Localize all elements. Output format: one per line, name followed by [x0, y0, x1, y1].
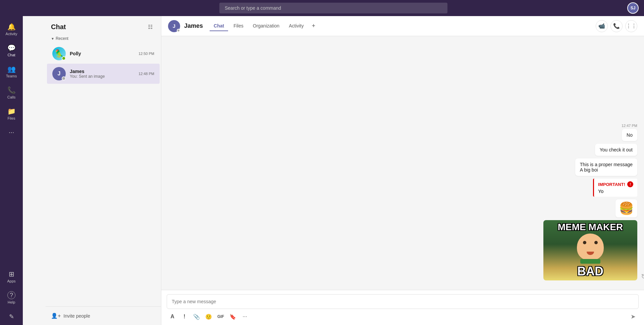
attach-button[interactable]: 📎 — [191, 311, 202, 322]
format-button[interactable]: A — [167, 311, 178, 322]
message-bubble: This is a proper message A big boi — [575, 158, 637, 176]
important-button[interactable]: ! — [179, 311, 190, 322]
tab-files[interactable]: Files — [229, 21, 248, 31]
important-icon: ! — [183, 314, 185, 320]
user-avatar[interactable]: SJ — [627, 2, 639, 14]
send-button[interactable]: ➤ — [627, 311, 639, 322]
more-icon: ··· — [243, 314, 247, 320]
sidebar-item-help[interactable]: ? Help — [0, 288, 23, 308]
audio-call-button[interactable]: 📞 — [610, 20, 623, 32]
sidebar-item-calls[interactable]: 📞 Calls — [0, 83, 23, 103]
chat-time: 12:48 PM — [139, 72, 154, 76]
messages-area: 12:47 PM No You check it out This is a p… — [161, 36, 644, 290]
teams-icon: 👥 — [7, 65, 16, 73]
search-placeholder: Search or type a command — [225, 5, 281, 11]
message-text: You check it out — [600, 147, 633, 152]
left-nav: 🔔 Activity 💬 Chat 👥 Teams 📞 Calls 📁 File… — [0, 0, 23, 325]
video-call-button[interactable]: 📹 — [596, 20, 608, 32]
message-bubble: No — [622, 129, 637, 141]
sidebar: Chat ☷ ▼ Recent 🦜 Polly 12:50 PM J — [46, 16, 161, 325]
sidebar-item-more[interactable]: ··· — [0, 125, 23, 140]
status-dot — [62, 56, 66, 60]
sidebar-bottom: 👤+ Invite people — [46, 306, 161, 325]
search-box[interactable]: Search or type a command — [219, 3, 447, 13]
important-label: IMPORTANT! ! — [598, 181, 633, 187]
message-bubble: 🍔 — [615, 199, 637, 217]
recent-label: ▼ Recent — [46, 35, 161, 44]
files-icon: 📁 — [7, 107, 16, 115]
chat-icon: 💬 — [7, 44, 16, 52]
invite-button[interactable]: 👤+ Invite people — [51, 311, 90, 321]
gif-button[interactable]: GIF — [215, 311, 226, 322]
activity-icon: 🔔 — [7, 23, 16, 31]
chevron-icon: ▼ — [51, 37, 54, 41]
chat-info: Polly — [70, 51, 136, 56]
send-icon: ➤ — [631, 313, 636, 320]
emoji-icon: 🙂 — [205, 314, 212, 320]
emoji-button[interactable]: 🙂 — [203, 311, 214, 322]
message-line: A big boi — [580, 167, 633, 173]
important-message: IMPORTANT! ! Yo — [593, 179, 637, 197]
chat-name: James — [70, 69, 136, 74]
sidebar-header: Chat ☷ — [46, 16, 161, 35]
sidebar-item-activity[interactable]: 🔔 Activity — [0, 19, 23, 39]
phone-icon: 📞 — [613, 23, 620, 29]
more-icon: ··· — [9, 128, 14, 136]
tab-chat[interactable]: Chat — [210, 21, 228, 31]
message-input[interactable] — [167, 294, 639, 309]
apps-icon: ⊞ — [9, 270, 14, 278]
sidebar-title: Chat — [51, 23, 66, 31]
compose-toolbar: A ! 📎 🙂 GIF 🔖 ··· — [167, 309, 639, 322]
message-group: 🍔 — [168, 199, 637, 217]
avatar-container: 🦜 — [52, 47, 66, 60]
main-chat: J James Chat Files Organization Activity… — [161, 16, 644, 325]
add-tab-button[interactable]: + — [309, 21, 318, 31]
exclamation-icon: ! — [627, 181, 633, 187]
more-toolbar-button[interactable]: ··· — [239, 311, 251, 322]
format-icon: A — [170, 314, 174, 320]
chat-header: J James Chat Files Organization Activity… — [161, 16, 644, 36]
sidebar-item-teams[interactable]: 👥 Teams — [0, 62, 23, 81]
compose-area: A ! 📎 🙂 GIF 🔖 ··· — [161, 290, 644, 325]
status-dot — [62, 76, 66, 80]
chat-tabs: Chat Files Organization Activity + — [210, 21, 596, 31]
chat-info: James You: Sent an image — [70, 69, 136, 79]
message-text: Yo — [598, 189, 633, 194]
sidebar-item-chat[interactable]: 💬 Chat — [0, 41, 23, 60]
attach-icon: 📎 — [193, 314, 200, 320]
filter-button[interactable]: ☷ — [145, 21, 156, 32]
message-group: IMPORTANT! ! Yo — [168, 179, 637, 197]
message-bubble: You check it out — [595, 144, 637, 156]
sidebar-item-apps[interactable]: ⊞ Apps — [0, 267, 23, 286]
list-item[interactable]: 🦜 Polly 12:50 PM — [47, 44, 160, 64]
message-line: This is a proper message — [580, 162, 633, 167]
sticker-icon: 🔖 — [229, 314, 236, 320]
message-group: MEME MAKER BAD ↻ — [168, 220, 637, 280]
header-actions: 📹 📞 ⋮⋮ — [596, 20, 637, 32]
message-text: No — [627, 132, 633, 138]
person-add-icon: 👤+ — [51, 313, 61, 319]
compose-icon: ✎ — [9, 313, 14, 320]
tab-organization[interactable]: Organization — [249, 21, 283, 31]
meme-top-text: MEME MAKER — [558, 222, 623, 233]
sticker-button[interactable]: 🔖 — [227, 311, 238, 322]
calls-icon: 📞 — [7, 86, 16, 94]
message-group: You check it out — [168, 144, 637, 156]
tab-activity[interactable]: Activity — [285, 21, 308, 31]
compose-icon-btn[interactable]: ✎ — [0, 312, 23, 322]
more-options-button[interactable]: ⋮⋮ — [625, 20, 637, 32]
scroll-icon: ↻ — [641, 272, 644, 280]
message-group: 12:47 PM No — [168, 124, 637, 141]
help-icon: ? — [7, 291, 15, 299]
avatar-container: J — [52, 67, 66, 80]
list-item[interactable]: J James You: Sent an image 12:48 PM — [47, 64, 160, 84]
video-icon: 📹 — [598, 23, 605, 29]
more-options-icon: ⋮⋮ — [626, 23, 637, 29]
chat-name: Polly — [70, 51, 136, 56]
gif-icon: GIF — [217, 314, 224, 319]
important-text: IMPORTANT! — [598, 182, 625, 187]
sidebar-item-files[interactable]: 📁 Files — [0, 104, 23, 124]
header-status-dot — [177, 29, 180, 32]
emoji-text: 🍔 — [619, 201, 634, 215]
header-name: James — [184, 22, 203, 29]
